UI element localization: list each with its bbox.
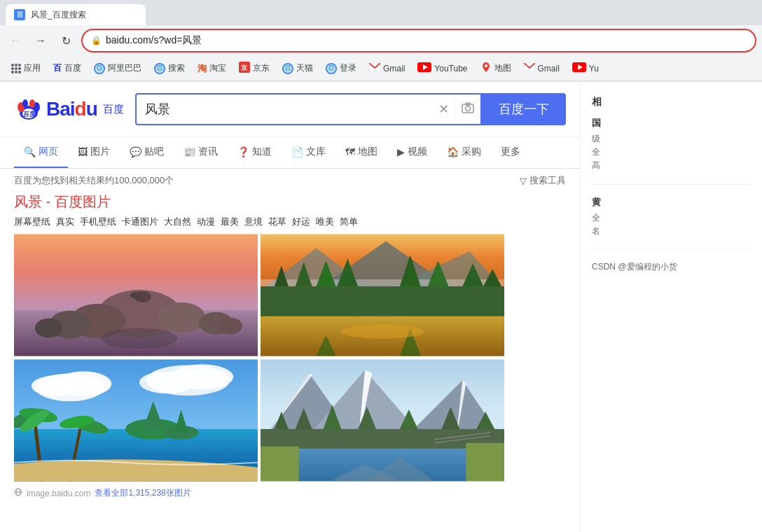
tab-more[interactable]: 更多 xyxy=(491,137,530,168)
search-area: 百度 Baidu 百度 ✕ xyxy=(0,82,580,532)
bookmark-youtube[interactable]: YouTube xyxy=(412,59,473,77)
back-icon: ← xyxy=(10,34,21,47)
tab-webpage[interactable]: 🔍 网页 xyxy=(14,137,68,168)
tab-news[interactable]: 📰 资讯 xyxy=(174,137,228,168)
subtitle-link-6[interactable]: 动漫 xyxy=(197,216,215,228)
clear-button[interactable]: ✕ xyxy=(433,102,455,117)
baidu-logo[interactable]: 百度 Baidu 百度 xyxy=(14,94,124,124)
sidebar-item-title-2: 黄 xyxy=(592,196,751,209)
svg-rect-90 xyxy=(261,447,299,482)
svg-point-5 xyxy=(485,64,487,67)
zhidao-icon: ❓ xyxy=(237,146,249,158)
landscape-image-2 xyxy=(261,234,504,356)
search-globe-icon: 🌐 xyxy=(154,62,165,74)
subtitle-link-1[interactable]: 屏幕壁纸 xyxy=(14,216,50,228)
sidebar-item-text-1: 级 全 高 xyxy=(592,132,751,173)
bookmarks-bar: 应用 百 百度 🌐 阿里巴巴 🌐 搜索 淘 淘宝 京 xyxy=(0,56,762,81)
subtitle-link-7[interactable]: 最美 xyxy=(221,216,239,228)
subtitle-link-10[interactable]: 好运 xyxy=(292,216,310,228)
bookmark-label-login: 登录 xyxy=(340,62,356,74)
search-input[interactable] xyxy=(137,102,433,117)
apps-icon xyxy=(11,64,21,74)
result-item-1: 风景 - 百度图片 屏幕壁纸 真实 手机壁纸 卡通图片 大自然 动漫 最美 意境… xyxy=(14,192,566,499)
bookmark-baidu[interactable]: 百 百度 xyxy=(48,59,87,77)
bookmark-alibaba[interactable]: 🌐 阿里巴巴 xyxy=(88,59,147,77)
back-button[interactable]: ← xyxy=(6,31,25,50)
bookmark-search[interactable]: 🌐 搜索 xyxy=(148,59,190,77)
svg-point-26 xyxy=(35,318,63,338)
subtitle-link-2[interactable]: 真实 xyxy=(56,216,74,228)
caigou-icon: 🏠 xyxy=(447,146,459,158)
tab-video[interactable]: ▶ 视频 xyxy=(387,137,437,168)
youtube2-icon xyxy=(572,62,586,74)
svg-text:京: 京 xyxy=(241,64,248,71)
bookmark-gmail[interactable]: Gmail xyxy=(363,60,410,76)
image-cell-3[interactable] xyxy=(14,359,258,482)
sidebar-block-2: 黄 全 名 xyxy=(592,196,751,250)
search-results: 风景 - 百度图片 屏幕壁纸 真实 手机壁纸 卡通图片 大自然 动漫 最美 意境… xyxy=(0,192,580,499)
bookmark-label-apps: 应用 xyxy=(24,62,41,74)
image-cell-2[interactable] xyxy=(261,234,504,356)
tab-zhidao[interactable]: ❓ 知道 xyxy=(228,137,282,168)
taobao-icon: 淘 xyxy=(198,62,207,75)
search-box[interactable]: ✕ xyxy=(135,93,482,125)
bookmark-login[interactable]: 🌐 登录 xyxy=(320,59,362,77)
bookmark-youtube2[interactable]: Yu xyxy=(567,59,604,77)
subtitle-link-11[interactable]: 唯美 xyxy=(316,216,334,228)
refresh-button[interactable]: ↻ xyxy=(56,31,76,50)
subtitle-link-4[interactable]: 卡通图片 xyxy=(122,216,158,228)
subtitle-link-3[interactable]: 手机壁纸 xyxy=(80,216,116,228)
maps-icon xyxy=(480,62,492,75)
bookmark-jd[interactable]: 京 京东 xyxy=(233,59,275,78)
search-tools-button[interactable]: ▽ 搜索工具 xyxy=(520,174,566,187)
tab-caigou[interactable]: 🏠 采购 xyxy=(437,137,491,168)
address-bar[interactable]: 🔒 baidu.com/s?wd=风景 xyxy=(81,29,756,52)
bookmark-tmall[interactable]: 🌐 天猫 xyxy=(277,59,319,77)
camera-button[interactable] xyxy=(455,101,480,118)
right-sidebar: 相 国 级 全 高 黄 全 名 CSDN @爱编程的小货 xyxy=(580,82,762,532)
forward-button[interactable]: → xyxy=(31,31,50,50)
view-all-images-link[interactable]: 查看全部1,315,238张图片 xyxy=(95,487,190,499)
svg-rect-36 xyxy=(261,286,504,318)
bookmark-label-gmail2: Gmail xyxy=(538,64,560,74)
landscape-image-1 xyxy=(14,234,258,356)
svg-point-30 xyxy=(101,328,177,349)
bookmark-gmail2[interactable]: Gmail xyxy=(518,60,565,76)
svg-point-17 xyxy=(466,106,471,111)
jd-icon: 京 xyxy=(239,62,250,75)
subtitle-link-9[interactable]: 花草 xyxy=(268,216,286,228)
image-cell-4[interactable] xyxy=(261,359,504,482)
tab-ditu[interactable]: 🗺 地图 xyxy=(335,137,387,168)
bookmark-label-youtube2: Yu xyxy=(589,64,599,74)
image-cell-1[interactable] xyxy=(14,234,258,356)
subtitle-link-8[interactable]: 意境 xyxy=(244,216,263,228)
bookmark-label-maps: 地图 xyxy=(494,62,511,74)
result-title-link[interactable]: 风景 - 百度图片 xyxy=(14,192,566,211)
wenku-icon: 📄 xyxy=(291,146,303,158)
bookmark-taobao[interactable]: 淘 淘宝 xyxy=(192,59,232,78)
bookmark-maps[interactable]: 地图 xyxy=(475,59,517,78)
alibaba-icon: 🌐 xyxy=(94,62,105,74)
tab-tieba[interactable]: 💬 贴吧 xyxy=(120,137,174,168)
lock-icon: 🔒 xyxy=(91,36,102,46)
tab-title: 风景_百度搜索 xyxy=(31,9,86,21)
sidebar-item-text-2: 全 名 xyxy=(592,211,751,238)
source-domain xyxy=(14,488,22,498)
landscape-image-3 xyxy=(14,359,258,482)
forward-icon: → xyxy=(35,34,46,47)
tab-images[interactable]: 🖼 图片 xyxy=(68,137,120,168)
logo-chinese: 百度 xyxy=(103,103,124,116)
search-button[interactable]: 百度一下 xyxy=(482,93,566,125)
bookmark-apps[interactable]: 应用 xyxy=(6,59,46,77)
svg-point-13 xyxy=(29,99,35,108)
csdn-attribution: CSDN @爱编程的小货 xyxy=(592,261,751,273)
bookmark-label-taobao: 淘宝 xyxy=(209,62,226,74)
image-icon: 🖼 xyxy=(78,146,88,158)
tab-wenku[interactable]: 📄 文库 xyxy=(282,137,335,168)
active-tab[interactable]: 百 风景_百度搜索 xyxy=(6,4,146,25)
subtitle-link-12[interactable]: 简单 xyxy=(340,216,358,228)
subtitle-link-5[interactable]: 大自然 xyxy=(164,216,191,228)
svg-point-12 xyxy=(22,99,28,108)
bookmark-label-tmall: 天猫 xyxy=(296,62,313,74)
news-icon: 📰 xyxy=(183,146,195,158)
